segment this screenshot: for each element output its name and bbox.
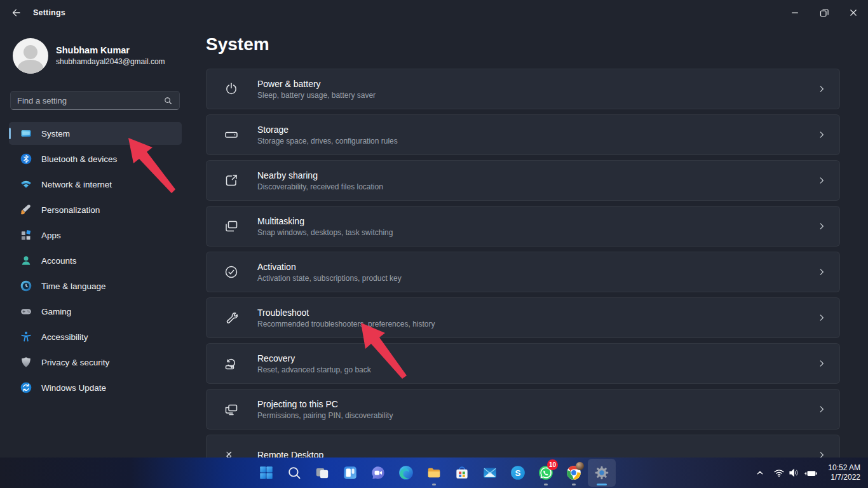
time-language-icon [20, 280, 32, 292]
taskbar-clock[interactable]: 10:52 AM 1/7/2022 [828, 463, 860, 482]
card-multitasking[interactable]: MultitaskingSnap windows, desktops, task… [206, 206, 840, 247]
minimize-button[interactable] [780, 0, 810, 25]
card-power-and-battery[interactable]: Power & batterySleep, battery usage, bat… [206, 69, 840, 109]
chevron-up-icon [753, 466, 767, 480]
skype: S [510, 464, 526, 481]
card-title: Activation [257, 261, 817, 273]
settings-taskbar-icon[interactable] [588, 459, 616, 487]
sidebar-item-system[interactable]: System [9, 122, 182, 145]
card-subtitle: Activation state, subscriptions, product… [257, 273, 817, 283]
edge-taskbar-icon[interactable] [392, 459, 420, 487]
troubleshoot-icon [224, 310, 239, 325]
network-icon [20, 178, 32, 191]
accounts-icon [20, 254, 32, 267]
taskbar: S10 10:52 AM 1/7/2022 [0, 458, 868, 488]
remote-icon [224, 447, 239, 458]
file-explorer-taskbar-icon[interactable] [420, 459, 448, 487]
whatsapp-taskbar-icon[interactable]: 10 [532, 459, 560, 487]
sidebar-item-time-and-language[interactable]: Time & language [9, 274, 182, 297]
sidebar-item-label: Accessibility [41, 332, 88, 342]
card-title: Power & battery [257, 78, 817, 90]
titlebar: Settings [0, 0, 868, 25]
chevron-right-icon [817, 267, 827, 277]
active-app-indicator [597, 484, 607, 485]
settings-window: Settings Shubham Kumar shubhamdayal204 [0, 0, 868, 458]
microsoft-store [454, 464, 470, 481]
sidebar-item-apps[interactable]: Apps [9, 224, 182, 247]
tray-status-cluster[interactable] [770, 460, 822, 485]
wifi-icon [772, 466, 786, 480]
card-subtitle: Sleep, battery usage, battery saver [257, 90, 817, 100]
card-storage[interactable]: StorageStorage space, drives, configurat… [206, 114, 840, 155]
sidebar-item-accessibility[interactable]: Accessibility [9, 325, 182, 348]
privacy-icon [20, 356, 32, 369]
card-subtitle: Storage space, drives, configuration rul… [257, 136, 817, 146]
chat-taskbar-icon[interactable] [364, 459, 392, 487]
recovery-icon [224, 356, 239, 371]
sidebar: Shubham Kumar shubhamdayal2043@gmail.com… [0, 25, 191, 458]
close-button[interactable] [839, 0, 868, 25]
card-nearby-sharing[interactable]: Nearby sharingDiscoverability, received … [206, 160, 840, 201]
search-taskbar-icon[interactable] [280, 459, 308, 487]
task-view-taskbar-icon[interactable] [308, 459, 336, 487]
chrome-profile-avatar [576, 462, 584, 470]
card-subtitle: Recommended troubleshooters, preferences… [257, 319, 817, 329]
card-subtitle: Reset, advanced startup, go back [257, 365, 817, 375]
selected-accent-pill [9, 128, 11, 139]
widgets-taskbar-icon[interactable] [336, 459, 364, 487]
sidebar-item-gaming[interactable]: Gaming [9, 300, 182, 323]
sidebar-item-label: Personalization [41, 205, 100, 215]
card-projecting-to-this-pc[interactable]: Projecting to this PCPermissions, pairin… [206, 389, 840, 430]
mail [482, 464, 498, 481]
sidebar-item-network-and-internet[interactable]: Network & internet [9, 173, 182, 196]
chevron-right-icon [817, 84, 827, 94]
card-title: Recovery [257, 353, 817, 365]
apps-icon [20, 229, 32, 241]
running-app-indicator [544, 484, 548, 485]
svg-text:S: S [515, 468, 520, 478]
card-troubleshoot[interactable]: TroubleshootRecommended troubleshooters,… [206, 297, 840, 338]
chrome-taskbar-icon[interactable] [560, 459, 588, 487]
back-button[interactable] [5, 3, 27, 23]
search [286, 464, 302, 481]
profile-section[interactable]: Shubham Kumar shubhamdayal2043@gmail.com [13, 38, 165, 74]
sidebar-item-privacy-and-security[interactable]: Privacy & security [9, 351, 182, 374]
microsoft-store-taskbar-icon[interactable] [448, 459, 476, 487]
sidebar-item-windows-update[interactable]: Windows Update [9, 376, 182, 399]
battery-icon [803, 466, 819, 480]
sidebar-item-bluetooth-and-devices[interactable]: Bluetooth & devices [9, 147, 182, 170]
file-explorer [426, 464, 442, 481]
sidebar-item-accounts[interactable]: Accounts [9, 249, 182, 272]
card-subtitle: Discoverability, received files location [257, 182, 817, 192]
card-title: Nearby sharing [257, 170, 817, 182]
sidebar-item-label: Gaming [41, 307, 71, 316]
main-panel: System Power & batterySleep, battery usa… [191, 25, 868, 458]
sidebar-item-label: Bluetooth & devices [41, 154, 117, 164]
card-activation[interactable]: ActivationActivation state, subscription… [206, 252, 840, 292]
tray-chevron-button[interactable] [750, 460, 770, 485]
restore-icon [818, 6, 831, 19]
sidebar-item-label: System [41, 129, 70, 139]
start [258, 464, 275, 481]
settings-card-list: Power & batterySleep, battery usage, bat… [206, 69, 840, 458]
card-remote-desktop[interactable]: Remote Desktop [206, 435, 840, 458]
profile-name: Shubham Kumar [56, 44, 165, 57]
skype-taskbar-icon[interactable]: S [504, 459, 532, 487]
window-title: Settings [33, 0, 65, 25]
chevron-right-icon [817, 404, 827, 414]
storage-icon [224, 127, 239, 142]
sidebar-item-personalization[interactable]: Personalization [9, 198, 182, 221]
mail-taskbar-icon[interactable] [476, 459, 504, 487]
clock-date: 1/7/2022 [828, 473, 860, 482]
chat [370, 464, 386, 481]
card-recovery[interactable]: RecoveryReset, advanced startup, go back [206, 343, 840, 384]
settings [593, 464, 610, 481]
volume-icon [787, 466, 801, 480]
start-taskbar-icon[interactable] [252, 459, 280, 487]
system-tray: 10:52 AM 1/7/2022 [750, 458, 864, 488]
clock-time: 10:52 AM [828, 463, 860, 473]
restore-button[interactable] [810, 0, 839, 25]
search-input[interactable] [17, 96, 163, 105]
card-title: Troubleshoot [257, 307, 817, 319]
chevron-right-icon [817, 313, 827, 323]
